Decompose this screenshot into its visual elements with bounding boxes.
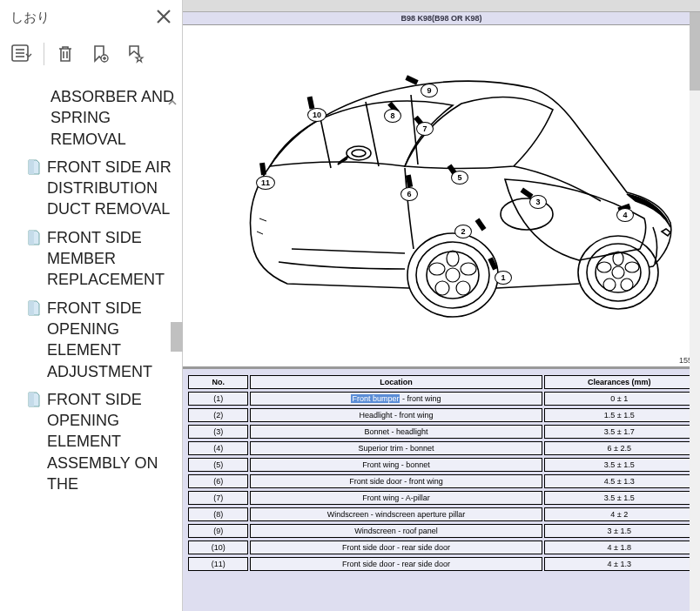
callout-2: 2 [454, 225, 472, 238]
clearances-table: No. Location Clearances (mm) (1)Front bu… [186, 373, 697, 574]
bookmark-settings-button[interactable] [123, 42, 147, 66]
scrollbar-thumb[interactable] [690, 12, 700, 91]
sidebar-scrollbar[interactable] [171, 322, 183, 352]
sidebar-title: しおり [10, 10, 156, 26]
table-row: (5)Front wing - bonnet3.5 ± 1.5 [188, 458, 695, 472]
callout-9: 9 [421, 84, 438, 97]
table-row: (11)Front side door - rear side door4 ± … [188, 557, 695, 571]
clearances-table-wrap: No. Location Clearances (mm) (1)Front bu… [183, 366, 700, 611]
cell-location: Front bumper - front wing [250, 392, 542, 406]
options-button[interactable] [10, 42, 35, 66]
trash-icon [56, 44, 75, 64]
bookmark-item[interactable]: FRONT SIDE OPENING ELEMENT ASSEMBLY ON T… [0, 386, 180, 498]
bookmark-item[interactable]: ABSORBER AND SPRING REMOVAL [0, 83, 180, 153]
table-header-row: No. Location Clearances (mm) [188, 375, 695, 389]
callout-11: 11 [256, 176, 275, 190]
callout-1: 1 [495, 271, 512, 285]
bookmark-label: FRONT SIDE MEMBER REPLACEMENT [47, 227, 175, 291]
table-row: (9)Windscreen - roof panel3 ± 1.5 [188, 524, 695, 538]
bookmark-item[interactable]: FRONT SIDE MEMBER REPLACEMENT [0, 224, 180, 294]
bookmark-item[interactable]: FRONT SIDE OPENING ELEMENT ADJUSTMENT [0, 294, 180, 386]
table-row: (10)Front side door - rear side door4 ± … [188, 540, 695, 554]
toolbar-divider [44, 43, 44, 65]
bookmark-label: FRONT SIDE OPENING ELEMENT ADJUSTMENT [47, 298, 175, 382]
bookmarks-sidebar: しおり ABSORBER AND SPRING REMOVAL [0, 0, 183, 611]
bookmark-star-icon [125, 44, 145, 64]
table-row: (6)Front side door - front wing4.5 ± 1.3 [188, 474, 695, 488]
page-icon [26, 392, 42, 407]
table-row: (2)Headlight - front wing1.5 ± 1.5 [188, 408, 695, 422]
svg-point-25 [352, 150, 366, 157]
page-icon [26, 159, 42, 175]
svg-point-24 [347, 146, 371, 160]
col-no: No. [188, 375, 248, 389]
page-icon [26, 230, 42, 245]
table-row: (4)Superior trim - bonnet6 ± 2.5 [188, 441, 695, 455]
callout-3: 3 [529, 195, 547, 209]
sidebar-toolbar [0, 35, 182, 73]
callout-4: 4 [616, 208, 634, 222]
list-options-icon [11, 44, 34, 64]
table-row: (7)Front wing - A-pillar3.5 ± 1.5 [188, 491, 695, 505]
table-row: (1)Front bumper - front wing0 ± 1 [188, 392, 695, 406]
add-bookmark-button[interactable] [88, 42, 112, 66]
bookmark-label: FRONT SIDE OPENING ELEMENT ASSEMBLY ON T… [47, 389, 175, 494]
callout-6: 6 [400, 187, 418, 201]
bookmark-label: FRONT SIDE AIR DISTRIBUTION DUCT REMOVAL [47, 157, 175, 220]
close-sidebar-button[interactable] [156, 5, 172, 30]
callout-5: 5 [451, 171, 468, 185]
car-illustration [209, 44, 679, 340]
bookmark-add-icon [91, 44, 110, 64]
callout-7: 7 [416, 122, 434, 136]
table-row: (3)Bonnet - headlight3.5 ± 1.7 [188, 425, 695, 439]
sidebar-header: しおり [0, 0, 182, 35]
close-icon [156, 9, 172, 24]
col-location: Location [250, 375, 542, 389]
content-scrollbar-vertical[interactable] [690, 12, 700, 611]
bookmark-label: ABSORBER AND SPRING REMOVAL [50, 86, 175, 150]
page-icon [26, 300, 42, 316]
callout-10: 10 [307, 108, 326, 122]
bookmark-item[interactable]: FRONT SIDE AIR DISTRIBUTION DUCT REMOVAL [0, 153, 180, 224]
content-top-bar [183, 0, 700, 12]
table-row: (8)Windscreen - windscreen aperture pill… [188, 507, 695, 521]
vehicle-diagram: 1 2 3 4 5 6 7 8 9 10 11 1555 [183, 25, 700, 366]
col-clearances: Clearances (mm) [544, 375, 695, 389]
delete-bookmark-button[interactable] [53, 42, 77, 66]
bookmark-list: ABSORBER AND SPRING REMOVAL FRONT SIDE A… [0, 83, 180, 611]
vehicle-header: B98 K98(B98 OR K98) [183, 12, 700, 25]
document-content: B98 K98(B98 OR K98) [183, 0, 700, 611]
callout-8: 8 [384, 109, 401, 123]
